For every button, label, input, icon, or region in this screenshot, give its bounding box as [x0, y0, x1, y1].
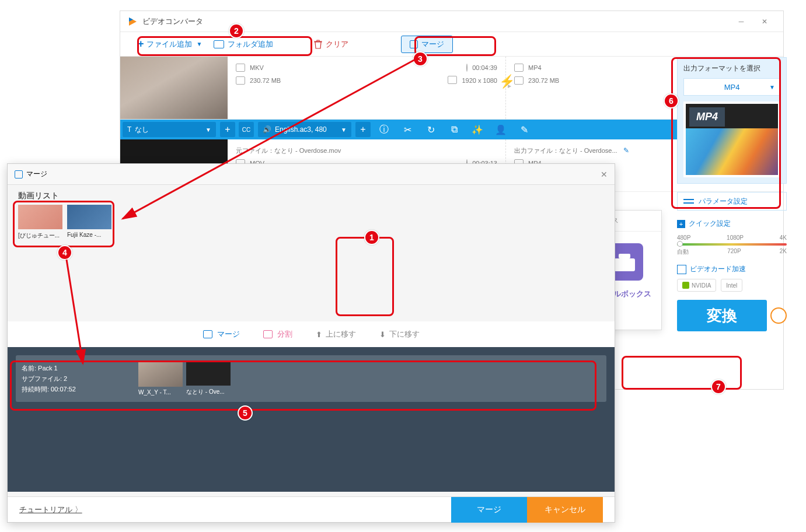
move-down-button[interactable]: ⬇ 下に移す: [379, 329, 420, 340]
add-folder-label: フォルダ追加: [228, 39, 273, 50]
output-format: MP4: [528, 64, 542, 71]
source-format: MKV: [250, 64, 264, 71]
format-dropdown[interactable]: MP4 ▼: [683, 78, 780, 96]
arrow-up-icon: ⬆: [316, 330, 322, 339]
preview-image: [686, 128, 778, 175]
merge-icon: [203, 330, 212, 338]
intel-badge[interactable]: Intel: [721, 279, 742, 292]
convert-label: 変換: [707, 306, 737, 326]
dialog-cancel-label: キャンセル: [545, 505, 585, 515]
rotate-button[interactable]: ↻: [419, 120, 442, 139]
app-title: ビデオコンバータ: [142, 16, 730, 27]
merge-label: マージ: [421, 39, 444, 50]
source-resolution: 1920 x 1080: [462, 77, 497, 84]
add-folder-button[interactable]: フォルダ追加: [208, 36, 279, 53]
thumb-label: なとり - Ove...: [186, 388, 231, 396]
audio-select[interactable]: 🔊English.ac3, 480 ▼: [258, 122, 351, 137]
close-button[interactable]: ✕: [753, 12, 776, 31]
quality-slider[interactable]: [677, 243, 787, 246]
pack-info: 名前: Pack 1 サブファイル: 2 持続時間: 00:07:52: [22, 363, 127, 394]
dialog-footer: チュートリアル 〉 マージ キャンセル: [8, 496, 615, 522]
chevron-down-icon: ▼: [769, 84, 775, 90]
nvidia-label: NVIDIA: [692, 282, 711, 289]
size-icon: [236, 76, 245, 85]
param-settings-label: パラメータ設定: [699, 197, 748, 206]
cut-button[interactable]: ✂: [396, 120, 419, 139]
dialog-merge-button[interactable]: マージ: [451, 497, 527, 523]
minimize-button[interactable]: ─: [730, 12, 753, 31]
gpu-accel-label: ビデオカード加速: [690, 264, 746, 274]
output-filename: 出力ファイル：なとり - Overdose...: [514, 146, 617, 155]
merge-icon: [15, 170, 23, 178]
clear-label: クリア: [326, 39, 348, 50]
cc-button[interactable]: CC: [239, 122, 254, 137]
watermark-button[interactable]: 👤: [489, 120, 512, 139]
dialog-title: マージ: [26, 169, 47, 179]
folder-icon: [214, 40, 224, 48]
info-button[interactable]: ⓘ: [372, 120, 396, 139]
svg-rect-9: [619, 254, 630, 258]
edit-button[interactable]: ✎: [512, 120, 536, 139]
merge-action-label: マージ: [217, 329, 240, 340]
slider-thumb[interactable]: [677, 241, 683, 247]
dialog-cancel-button[interactable]: キャンセル: [527, 497, 603, 523]
quality-auto: 自動: [677, 248, 689, 256]
quick-settings-label: クイック設定: [689, 219, 731, 229]
split-button[interactable]: 分割: [263, 329, 292, 340]
list-item[interactable]: Fujii Kaze -...: [67, 205, 111, 240]
nvidia-badge[interactable]: NVIDIA: [677, 279, 716, 292]
pack-thumb: W_X_Y - T...: [138, 362, 183, 396]
move-up-label: 上に移す: [326, 329, 356, 340]
video-list: [びじゅチュー... Fujii Kaze -...: [8, 205, 615, 240]
param-settings-button[interactable]: パラメータ設定: [677, 192, 787, 211]
intel-label: Intel: [726, 282, 737, 289]
plus-icon: +: [138, 38, 144, 50]
tutorial-link[interactable]: チュートリアル 〉: [19, 505, 82, 515]
add-file-button[interactable]: + ファイル追加 ▼: [132, 36, 208, 53]
bolt-icon: ⚡: [499, 74, 515, 89]
format-preview: MP4: [683, 102, 780, 177]
svg-rect-8: [614, 258, 635, 271]
output-format-title: 出力フォーマットを選択: [683, 64, 780, 78]
quality-4k: 4K: [780, 235, 787, 241]
split-icon: [263, 330, 273, 338]
effects-button[interactable]: ✨: [466, 120, 489, 139]
schedule-icon[interactable]: [770, 307, 787, 324]
crop-button[interactable]: ⧉: [442, 120, 466, 139]
split-label: 分割: [277, 329, 292, 340]
merge-action-button[interactable]: マージ: [203, 329, 240, 340]
merge-icon: [410, 40, 418, 48]
move-up-button[interactable]: ⬆ 上に移す: [316, 329, 356, 340]
gpu-accel-section: ビデオカード加速 NVIDIA Intel: [677, 264, 787, 292]
dialog-close-button[interactable]: ✕: [601, 170, 608, 179]
trash-icon: [314, 40, 322, 49]
subtitle-value: なし: [135, 125, 149, 135]
subtitle-select[interactable]: Tなし ▼: [123, 122, 216, 137]
list-item[interactable]: [びじゅチュー...: [18, 205, 62, 240]
merge-button[interactable]: マージ: [401, 36, 453, 53]
convert-button[interactable]: 変換: [677, 300, 767, 331]
arrow-down-icon: ⬇: [379, 330, 386, 339]
pack-area: 名前: Pack 1 サブファイル: 2 持続時間: 00:07:52 W_X_…: [8, 347, 615, 410]
titlebar: ビデオコンバータ ─ ✕: [120, 11, 783, 32]
rename-icon[interactable]: ✎: [623, 146, 629, 155]
size-icon: [514, 76, 524, 85]
chevron-down-icon: ▼: [197, 41, 203, 47]
thumb-label: W_X_Y - T...: [138, 389, 183, 396]
add-audio-button[interactable]: +: [355, 122, 371, 137]
plus-icon: +: [677, 220, 685, 228]
right-panel: 出力フォーマットを選択 MP4 ▼ MP4 パラメータ設定 + クイック設定 4…: [677, 57, 787, 331]
pack-row[interactable]: 名前: Pack 1 サブファイル: 2 持続時間: 00:07:52 W_X_…: [16, 355, 606, 402]
add-subtitle-button[interactable]: +: [220, 122, 235, 137]
empty-area: [8, 410, 615, 492]
add-file-label: ファイル追加: [146, 39, 192, 50]
source-meta: MKV 00:04:39 230.72 MB 1920 x 1080 ▸: [228, 57, 505, 119]
clear-button[interactable]: クリア: [308, 36, 354, 53]
app-logo-icon: [127, 16, 138, 27]
source-filename: 元ファイル：なとり - Overdose.mov: [236, 146, 341, 155]
pack-duration: 持続時間: 00:07:52: [22, 384, 127, 394]
quick-settings: + クイック設定 480P 1080P 4K 自動 720P 2K: [677, 219, 787, 256]
video-name: [びじゅチュー...: [18, 232, 62, 240]
quality-480p: 480P: [677, 235, 690, 241]
resolution-icon: [448, 76, 457, 84]
